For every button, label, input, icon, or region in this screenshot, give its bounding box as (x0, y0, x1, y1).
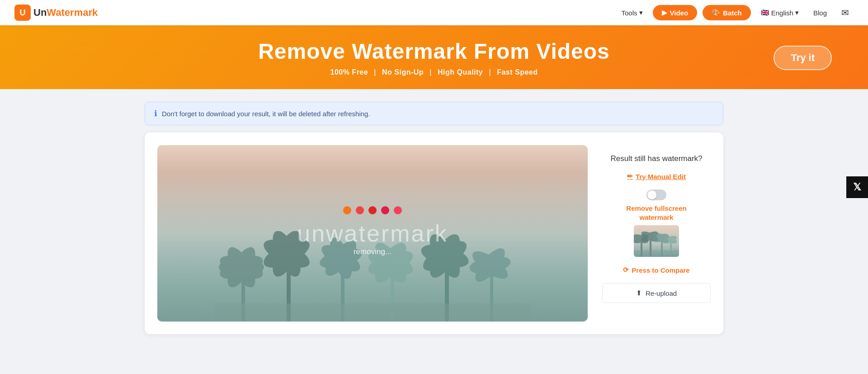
navbar: U UnWatermark Tools ▾ ▶ Video 🎨 Batch 🇬🇧… (0, 0, 868, 25)
chevron-down-icon: ▾ (795, 9, 799, 17)
thumbnail-svg (634, 225, 679, 257)
reupload-button[interactable]: ⬆ Re-upload (602, 283, 711, 303)
fullscreen-label: Remove fullscreen watermark (626, 204, 686, 222)
batch-icon: 🎨 (712, 9, 720, 17)
svg-rect-30 (214, 303, 531, 322)
blog-link[interactable]: Blog (809, 6, 831, 19)
navbar-tools: Tools ▾ ▶ Video 🎨 Batch 🇬🇧 English ▾ Blo… (617, 5, 854, 21)
tools-button[interactable]: Tools ▾ (617, 6, 647, 19)
info-bar: ℹ Don't forget to download your result, … (145, 102, 723, 125)
logo[interactable]: U UnWatermark (14, 5, 98, 21)
side-panel: Result still has watermark? ✏ Try Manual… (602, 145, 711, 303)
flag-icon: 🇬🇧 (761, 9, 769, 17)
email-icon[interactable]: ✉ (837, 5, 854, 21)
video-icon: ▶ (662, 9, 667, 17)
batch-button[interactable]: 🎨 Batch (703, 5, 751, 20)
info-message: Don't forget to download your result, it… (162, 110, 370, 118)
upload-icon: ⬆ (636, 289, 642, 297)
try-it-button[interactable]: Try it (774, 46, 832, 70)
logo-icon: U (14, 5, 31, 21)
video-button[interactable]: ▶ Video (653, 5, 698, 20)
info-icon: ℹ (154, 109, 157, 118)
x-share-button[interactable]: 𝕏 (846, 176, 868, 198)
fullscreen-watermark-section: Remove fullscreen watermark (602, 189, 711, 257)
result-title: Result still has watermark? (602, 154, 711, 163)
loading-dot-3 (368, 206, 377, 214)
video-preview: unwatermark removing... (157, 145, 588, 322)
palm-silhouettes (157, 231, 588, 322)
loading-dots (343, 206, 402, 214)
pencil-icon: ✏ (627, 172, 633, 180)
thumbnail-preview (634, 225, 679, 257)
removing-label: removing... (354, 247, 392, 256)
toggle-row (646, 189, 666, 200)
loading-dot-2 (356, 206, 364, 214)
loading-dot-5 (394, 206, 402, 214)
compare-icon: ⟳ (623, 266, 629, 274)
main-content: unwatermark removing... Result still has… (145, 133, 723, 334)
loading-dot-1 (343, 206, 351, 214)
loading-dot-4 (381, 206, 389, 214)
hero-title: Remove Watermark From Videos (0, 39, 868, 64)
svg-rect-44 (634, 250, 679, 257)
hero-subtitle: 100% Free | No Sign-Up | High Quality | … (0, 68, 868, 76)
logo-text: UnWatermark (33, 7, 98, 19)
hero-banner: Remove Watermark From Videos 100% Free |… (0, 25, 868, 89)
fullscreen-toggle[interactable] (646, 189, 666, 200)
toggle-knob (647, 190, 656, 199)
svg-point-5 (219, 258, 264, 276)
press-compare-button[interactable]: ⟳ Press to Compare (602, 266, 711, 274)
manual-edit-link[interactable]: ✏ Try Manual Edit (602, 172, 711, 180)
language-selector[interactable]: 🇬🇧 English ▾ (756, 6, 803, 19)
hero-content: Remove Watermark From Videos 100% Free |… (0, 39, 868, 76)
video-area: unwatermark removing... (157, 145, 588, 322)
